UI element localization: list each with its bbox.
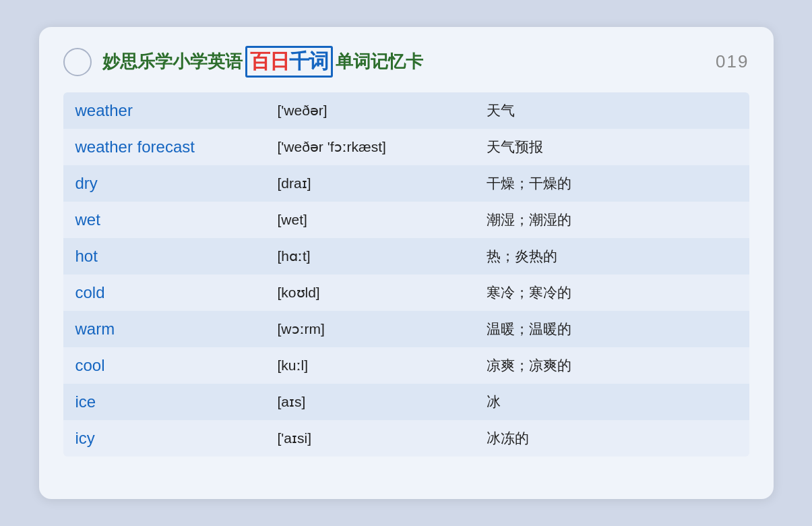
phonetic-cell: [kuːl] (266, 347, 474, 384)
card-number: 019 (716, 51, 749, 72)
table-row: cool[kuːl]凉爽；凉爽的 (63, 347, 749, 384)
meaning-cell: 天气 (474, 92, 749, 129)
title-after: 单词记忆卡 (336, 50, 423, 74)
word-cell: dry (63, 165, 266, 202)
table-row: weather['weðər]天气 (63, 92, 749, 129)
word-cell: cold (63, 274, 266, 311)
table-row: weather forecast['weðər 'fɔːrkæst]天气预报 (63, 129, 749, 165)
meaning-cell: 热；炎热的 (474, 238, 749, 274)
phonetic-cell: [aɪs] (266, 384, 474, 420)
table-row: icy['aɪsi]冰冻的 (63, 420, 749, 457)
word-cell: warm (63, 311, 266, 347)
table-row: warm[wɔːrm]温暖；温暖的 (63, 311, 749, 347)
table-row: cold[koʊld]寒冷；寒冷的 (63, 274, 749, 311)
phonetic-cell: [koʊld] (266, 274, 474, 311)
meaning-cell: 潮湿；潮湿的 (474, 202, 749, 238)
word-cell: weather forecast (63, 129, 266, 165)
flashcard: 妙思乐学小学英语 百日千词 单词记忆卡 019 weather['weðər]天… (39, 27, 774, 499)
table-row: dry[draɪ]干燥；干燥的 (63, 165, 749, 202)
word-cell: hot (63, 238, 266, 274)
meaning-cell: 天气预报 (474, 129, 749, 165)
meaning-cell: 凉爽；凉爽的 (474, 347, 749, 384)
vocab-table: weather['weðər]天气weather forecast['weðər… (63, 92, 749, 457)
table-row: ice[aɪs]冰 (63, 384, 749, 420)
phonetic-cell: ['aɪsi] (266, 420, 474, 457)
brand-logo: 百日千词 (245, 46, 333, 78)
meaning-cell: 冰 (474, 384, 749, 420)
table-row: wet[wet]潮湿；潮湿的 (63, 202, 749, 238)
phonetic-cell: [draɪ] (266, 165, 474, 202)
word-cell: wet (63, 202, 266, 238)
word-cell: icy (63, 420, 266, 457)
header-title: 妙思乐学小学英语 百日千词 单词记忆卡 (102, 46, 706, 78)
phonetic-cell: ['weðər] (266, 92, 474, 129)
word-cell: weather (63, 92, 266, 129)
word-cell: cool (63, 347, 266, 384)
phonetic-cell: [hɑːt] (266, 238, 474, 274)
word-cell: ice (63, 384, 266, 420)
phonetic-cell: [wet] (266, 202, 474, 238)
phonetic-cell: ['weðər 'fɔːrkæst] (266, 129, 474, 165)
meaning-cell: 寒冷；寒冷的 (474, 274, 749, 311)
phonetic-cell: [wɔːrm] (266, 311, 474, 347)
circle-icon (63, 48, 92, 76)
meaning-cell: 温暖；温暖的 (474, 311, 749, 347)
meaning-cell: 冰冻的 (474, 420, 749, 457)
card-header: 妙思乐学小学英语 百日千词 单词记忆卡 019 (63, 46, 749, 78)
meaning-cell: 干燥；干燥的 (474, 165, 749, 202)
title-before: 妙思乐学小学英语 (102, 50, 243, 74)
table-row: hot[hɑːt]热；炎热的 (63, 238, 749, 274)
